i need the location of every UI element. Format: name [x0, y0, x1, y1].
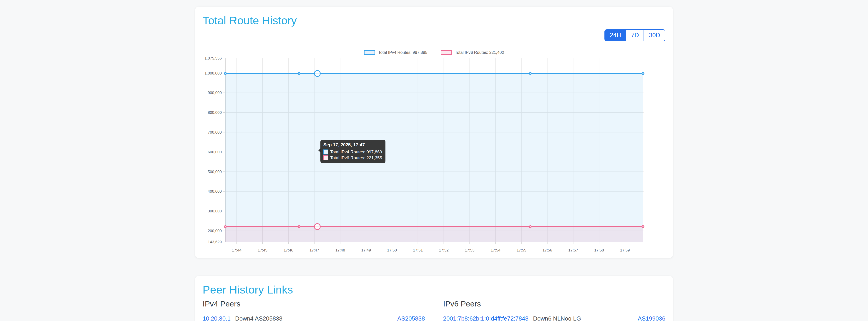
svg-text:17:46: 17:46: [284, 248, 293, 252]
ipv4-peers-column: IPv4 Peers 10.20.30.1 Down4 AS205838 AS2…: [203, 299, 425, 321]
svg-text:600,000: 600,000: [208, 150, 222, 154]
peer-address-link[interactable]: 10.20.30.1: [203, 315, 230, 321]
ipv6-legend-label: Total IPv6 Routes: 221,402: [455, 50, 504, 55]
svg-text:17:47: 17:47: [310, 248, 319, 252]
peer-history-card: Peer History Links IPv4 Peers 10.20.30.1…: [195, 276, 673, 321]
ipv6-peers-column: IPv6 Peers 2001:7b8:62b:1:0:d4ff:fe72:78…: [443, 299, 665, 321]
svg-text:1,000,000: 1,000,000: [205, 71, 222, 75]
ipv4-legend-swatch: [364, 50, 375, 55]
svg-text:17:45: 17:45: [258, 248, 268, 252]
svg-text:17:48: 17:48: [335, 248, 345, 252]
svg-text:17:49: 17:49: [361, 248, 371, 252]
tooltip-caret: [318, 148, 321, 152]
svg-text:900,000: 900,000: [208, 91, 222, 95]
svg-text:700,000: 700,000: [208, 130, 222, 135]
chart-tooltip: Sep 17, 2025, 17:47 Total IPv4 Routes: 9…: [320, 140, 385, 163]
svg-text:17:52: 17:52: [439, 248, 449, 252]
cards-divider: [195, 267, 673, 268]
peer-description: Down4 AS205838: [235, 315, 282, 321]
svg-text:800,000: 800,000: [208, 110, 222, 115]
range-button-24h[interactable]: 24H: [604, 29, 626, 41]
svg-text:17:44: 17:44: [232, 248, 242, 252]
ipv4-peers-heading: IPv4 Peers: [203, 299, 425, 308]
peer-row: 10.20.30.1 Down4 AS205838 AS205838: [203, 315, 425, 321]
tooltip-row-ipv6: Total IPv6 Routes: 221,355: [323, 155, 382, 160]
range-button-7d[interactable]: 7D: [626, 29, 644, 41]
svg-text:17:57: 17:57: [568, 248, 578, 252]
page-container: Total Route History 24H 7D 30D Total IPv…: [195, 7, 673, 321]
peer-asn-link[interactable]: AS205838: [397, 315, 425, 321]
range-button-30d[interactable]: 30D: [644, 29, 665, 41]
svg-text:17:50: 17:50: [387, 248, 397, 252]
peer-row: 2001:7b8:62b:1:0:d4ff:fe72:7848 Down6 NL…: [443, 315, 665, 321]
legend-item-ipv4[interactable]: Total IPv4 Routes: 997,895: [364, 50, 427, 55]
svg-text:17:53: 17:53: [465, 248, 474, 252]
peer-columns: IPv4 Peers 10.20.30.1 Down4 AS205838 AS2…: [203, 299, 665, 321]
ipv4-legend-label: Total IPv4 Routes: 997,895: [378, 50, 427, 55]
svg-text:300,000: 300,000: [208, 209, 222, 213]
svg-text:500,000: 500,000: [208, 170, 222, 174]
peer-asn-link[interactable]: AS199036: [638, 315, 665, 321]
svg-text:200,000: 200,000: [208, 229, 222, 233]
svg-text:17:51: 17:51: [413, 248, 423, 252]
svg-text:143,629: 143,629: [208, 240, 222, 244]
svg-text:17:59: 17:59: [620, 248, 630, 252]
svg-text:1,075,556: 1,075,556: [205, 56, 222, 61]
peer-description: Down6 NLNog LG: [533, 315, 581, 321]
svg-text:17:56: 17:56: [542, 248, 552, 252]
svg-text:17:55: 17:55: [517, 248, 526, 252]
tooltip-ipv6-text: Total IPv6 Routes: 221,355: [330, 155, 382, 160]
peer-history-title: Peer History Links: [203, 283, 665, 296]
tooltip-ipv4-swatch: [323, 149, 329, 154]
chart-legend: Total IPv4 Routes: 997,895 Total IPv6 Ro…: [203, 50, 665, 55]
route-history-chart[interactable]: 17:4417:4517:4617:4717:4817:4917:5017:51…: [203, 55, 665, 255]
route-history-card: Total Route History 24H 7D 30D Total IPv…: [195, 7, 673, 258]
ipv6-legend-swatch: [441, 50, 452, 55]
tooltip-title: Sep 17, 2025, 17:47: [323, 142, 382, 147]
route-history-title: Total Route History: [203, 14, 665, 27]
svg-text:400,000: 400,000: [208, 189, 222, 193]
chart-area: 17:4417:4517:4617:4717:4817:4917:5017:51…: [203, 55, 665, 255]
legend-item-ipv6[interactable]: Total IPv6 Routes: 221,402: [441, 50, 504, 55]
tooltip-ipv4-text: Total IPv4 Routes: 997,869: [330, 149, 382, 154]
peer-address-link[interactable]: 2001:7b8:62b:1:0:d4ff:fe72:7848: [443, 315, 528, 321]
range-selector-row: 24H 7D 30D: [203, 29, 665, 41]
tooltip-ipv6-swatch: [323, 155, 329, 160]
svg-text:17:58: 17:58: [594, 248, 604, 252]
tooltip-row-ipv4: Total IPv4 Routes: 997,869: [323, 149, 382, 154]
range-button-group: 24H 7D 30D: [604, 29, 665, 41]
ipv6-peers-heading: IPv6 Peers: [443, 299, 665, 308]
svg-text:17:54: 17:54: [491, 248, 500, 252]
